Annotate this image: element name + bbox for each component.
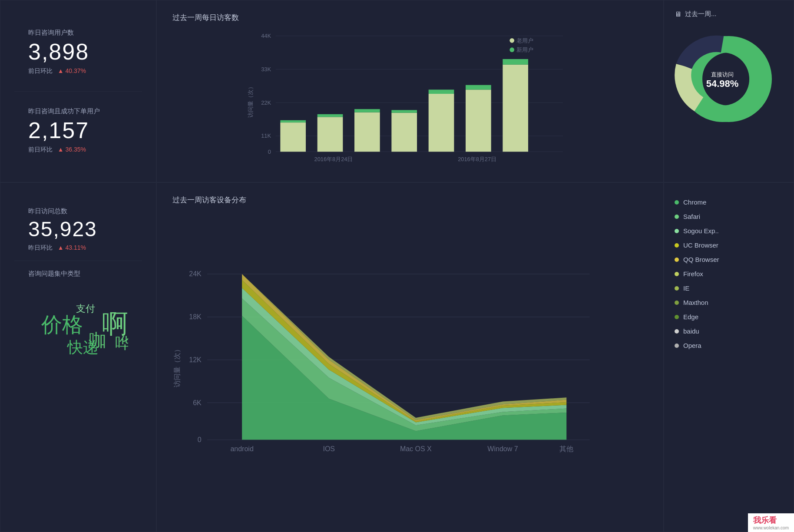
svg-text:0: 0 [198,436,202,443]
svg-text:android: android [230,445,253,453]
visit-total-value: 35,923 [28,219,128,240]
svg-rect-11 [280,122,306,152]
donut-title: 🖥 过去一周... [675,10,783,18]
legend-label: UC Browser [683,241,718,249]
svg-rect-19 [429,94,454,152]
svg-rect-14 [318,114,343,117]
svg-text:11K: 11K [261,132,271,139]
legend-label: Opera [683,342,701,349]
legend-item: Firefox [675,267,783,281]
stat-card-order-users: 昨日咨询且成功下单用户 2,157 前日环比 ▲ 36.35% [14,92,142,170]
stat-compare-1: 前日环比 ▲ 36.35% [28,146,128,154]
stat-value-0: 3,898 [28,40,128,63]
legend-dot [675,286,679,291]
wordcloud-wrap: 价格啊咖退换快递支付尺寸颜色大小重量售后哗 [28,285,128,354]
svg-text:0: 0 [268,149,271,155]
svg-text:2016年8月27日: 2016年8月27日 [458,156,496,162]
visit-total-compare: 昨日环比 ▲ 43.11% [28,244,128,252]
svg-rect-20 [429,89,454,94]
bar-chart-title: 过去一周每日访客数 [172,13,648,23]
svg-point-27 [509,38,514,43]
bar-chart-area: 44K 33K 22K 11K 0 访问量（次） [172,31,648,170]
svg-rect-21 [466,89,491,152]
area-chart-svg: 24K 18K 12K 6K 0 访问量（次） android IOS Mac … [172,214,648,520]
svg-text:24K: 24K [189,270,202,278]
legend-item: IE [675,281,783,295]
legend-dot [675,200,679,205]
legend-item: UC Browser [675,238,783,252]
donut-svg-overlay: 直接访问 54.98% [675,31,770,127]
visit-total-section: 昨日访问总数 35,923 昨日环比 ▲ 43.11% [14,195,142,261]
area-chart-title: 过去一周访客设备分布 [172,195,648,205]
legend-item: Safari [675,209,783,224]
svg-text:访问量（次）: 访问量（次） [173,346,181,388]
wordcloud-section: 咨询问题集中类型 价格啊咖退换快递支付尺寸颜色大小重量售后哗 [14,261,142,519]
svg-text:22K: 22K [261,99,271,106]
svg-text:6K: 6K [193,399,202,406]
legend-item: Chrome [675,195,783,209]
svg-rect-23 [503,65,528,152]
legend-label: Firefox [683,270,703,278]
legend-dot [675,344,679,348]
legend-item: QQ Browser [675,252,783,267]
bar-chart-panel: 过去一周每日访客数 44K 33K 22K 11K 0 访问量（次） [156,0,664,182]
bottom-left-panel: 昨日访问总数 35,923 昨日环比 ▲ 43.11% 咨询问题集中类型 价格啊… [0,182,156,532]
legend-dot [675,329,679,334]
svg-text:2016年8月24日: 2016年8月24日 [314,156,353,162]
legend-dot [675,243,679,248]
bar-chart-svg: 44K 33K 22K 11K 0 访问量（次） [172,31,648,170]
legend-label: QQ Browser [683,256,719,263]
svg-rect-15 [354,112,380,152]
svg-rect-13 [318,117,343,152]
svg-text:18K: 18K [189,313,202,321]
legend-item: baidu [675,324,783,338]
dashboard: 昨日咨询用户数 3,898 前日环比 ▲ 40.37% 昨日咨询且成功下单用户 … [0,0,794,532]
legend-item: Opera [675,338,783,353]
donut-chart-container: 直接访问 54.98% [675,31,783,127]
svg-rect-16 [354,109,380,112]
stat-compare-0: 前日环比 ▲ 40.37% [28,67,128,75]
legend-dot [675,315,679,319]
wordcloud-word: 支付 [76,302,95,315]
legend-dot [675,229,679,233]
legend-label: IE [683,284,689,292]
legend-item: Edge [675,310,783,324]
svg-rect-22 [466,85,491,90]
donut-center-value: 54.98% [706,78,739,89]
legend-label: Sogou Exp.. [683,227,719,235]
legend-label: baidu [683,327,699,335]
svg-text:新用户: 新用户 [516,46,533,53]
visit-total-label: 昨日访问总数 [28,207,128,215]
stat-value-1: 2,157 [28,119,128,142]
donut-center-label: 直接访问 [711,71,734,78]
legend-dot [675,272,679,276]
donut-light-segment [683,66,699,104]
stat-cards-panel: 昨日咨询用户数 3,898 前日环比 ▲ 40.37% 昨日咨询且成功下单用户 … [0,0,156,182]
stat-label-0: 昨日咨询用户数 [28,29,128,37]
svg-text:老用户: 老用户 [516,37,533,44]
watermark-url: www.wolekan.com [753,525,789,530]
svg-text:33K: 33K [261,66,271,73]
watermark: 我乐看 www.wolekan.com [748,513,794,532]
stat-card-consult-users: 昨日咨询用户数 3,898 前日环比 ▲ 40.37% [14,13,142,92]
watermark-text: 我乐看 [753,516,777,525]
wordcloud-word: 快递 [67,337,99,354]
svg-rect-24 [503,59,528,65]
svg-text:12K: 12K [189,356,202,363]
legend-panel: ChromeSafariSogou Exp..UC BrowserQQ Brow… [664,182,794,532]
svg-text:IOS: IOS [323,445,335,453]
area-chart-area: 24K 18K 12K 6K 0 访问量（次） android IOS Mac … [172,214,648,520]
wordcloud-title: 咨询问题集中类型 [28,270,128,278]
svg-rect-18 [391,110,417,112]
svg-text:44K: 44K [261,33,271,39]
svg-rect-17 [391,113,417,152]
donut-panel: 🖥 过去一周... [664,0,794,182]
svg-text:Window 7: Window 7 [487,445,518,453]
legend-label: Safari [683,213,700,220]
donut-dark-segment [684,44,722,66]
area-chart-panel: 过去一周访客设备分布 24K 18K 12K 6K 0 访问量（次） andro… [156,182,664,532]
legend-label: Maxthon [683,299,708,306]
wordcloud-word: 哗 [115,333,128,354]
legend-dot [675,301,679,305]
svg-rect-12 [280,120,306,122]
